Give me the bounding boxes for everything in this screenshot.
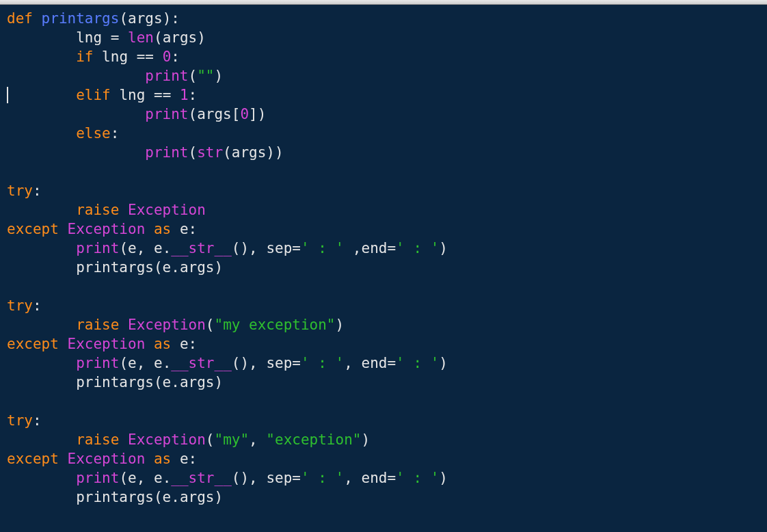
exc-1: Exception bbox=[128, 202, 206, 218]
call-print-2: print bbox=[145, 106, 188, 122]
kw-try-1: try bbox=[7, 183, 33, 199]
call-print-6: print bbox=[76, 470, 119, 486]
kwarg-end-3: end bbox=[362, 470, 388, 486]
kw-elif: elif bbox=[76, 87, 111, 103]
kw-except-1: except bbox=[7, 221, 59, 237]
fn-name: printargs bbox=[42, 10, 120, 27]
call-print: print bbox=[145, 68, 188, 84]
ref-args-2: args bbox=[197, 106, 232, 122]
ref-e-2b: e bbox=[154, 355, 163, 371]
num-0: 0 bbox=[163, 49, 172, 65]
kw-if: if bbox=[76, 49, 93, 65]
ref-e-3b: e bbox=[154, 470, 163, 486]
kwarg-end-2: end bbox=[362, 355, 388, 371]
str-empty: "" bbox=[197, 68, 214, 84]
call-print-4: print bbox=[76, 240, 119, 256]
ref-e-1: e bbox=[128, 240, 137, 256]
op-assign: = bbox=[111, 29, 120, 46]
param-args: args bbox=[128, 10, 163, 27]
num-1: 1 bbox=[180, 87, 189, 103]
var-lng: lng bbox=[76, 29, 102, 46]
call-printargs-1: printargs bbox=[76, 259, 154, 276]
kw-except-2: except bbox=[7, 336, 59, 352]
kw-raise-2: raise bbox=[76, 317, 119, 333]
str-myexc: "my exception" bbox=[214, 317, 335, 333]
str-sep-1: ' : ' bbox=[301, 240, 344, 256]
kwarg-end-1: end bbox=[362, 240, 388, 256]
ref-e-2: e bbox=[128, 355, 137, 371]
exc-type-3: Exception bbox=[68, 451, 146, 467]
str-my: "my" bbox=[214, 431, 249, 448]
op-eqeq-2: == bbox=[154, 87, 171, 103]
code-editor[interactable]: def printargs(args): lng = len(args) if … bbox=[0, 5, 767, 514]
window-titlebar bbox=[0, 0, 767, 5]
ref-lng-2: lng bbox=[119, 87, 145, 103]
kw-except-3: except bbox=[7, 451, 59, 467]
kwarg-sep-2: sep bbox=[266, 355, 292, 371]
dunder-str-1: __str__ bbox=[171, 240, 232, 256]
str-end-2: ' : ' bbox=[396, 355, 439, 371]
call-printargs-2: printargs bbox=[76, 374, 154, 390]
call-print-5: print bbox=[76, 355, 119, 371]
kw-as-1: as bbox=[154, 221, 171, 237]
call-len: len bbox=[128, 29, 154, 46]
dunder-str-3: __str__ bbox=[171, 470, 232, 486]
ref-args-3: args bbox=[232, 144, 267, 161]
call-printargs-3: printargs bbox=[76, 489, 154, 505]
kw-as-2: as bbox=[154, 336, 171, 352]
num-idx0: 0 bbox=[240, 106, 249, 122]
kw-def: def bbox=[7, 10, 33, 27]
exc-type-1: Exception bbox=[68, 221, 146, 237]
str-end-3: ' : ' bbox=[396, 470, 439, 486]
var-e-2: e bbox=[180, 336, 189, 352]
kw-raise-1: raise bbox=[76, 202, 119, 218]
var-e-1: e bbox=[180, 221, 189, 237]
kw-else: else bbox=[76, 125, 111, 142]
ref-eargs-3: e.args bbox=[163, 489, 215, 505]
kwarg-sep-1: sep bbox=[266, 240, 292, 256]
call-print-3: print bbox=[145, 144, 188, 161]
str-exception: "exception" bbox=[266, 431, 361, 448]
exc-type-2: Exception bbox=[68, 336, 146, 352]
kw-raise-3: raise bbox=[76, 431, 119, 448]
str-end-1: ' : ' bbox=[396, 240, 439, 256]
kw-as-3: as bbox=[154, 451, 171, 467]
dunder-str-2: __str__ bbox=[171, 355, 232, 371]
kw-try-2: try bbox=[7, 297, 33, 314]
call-str: str bbox=[197, 144, 223, 161]
ref-e-3: e bbox=[128, 470, 137, 486]
ref-eargs-2: e.args bbox=[163, 374, 215, 390]
text-cursor bbox=[7, 87, 8, 103]
exc-2: Exception bbox=[128, 317, 206, 333]
var-e-3: e bbox=[180, 451, 189, 467]
ref-args: args bbox=[163, 29, 198, 46]
exc-3: Exception bbox=[128, 431, 206, 448]
op-eqeq: == bbox=[137, 49, 154, 65]
ref-e-1b: e bbox=[154, 240, 163, 256]
kwarg-sep-3: sep bbox=[266, 470, 292, 486]
ref-lng: lng bbox=[102, 49, 128, 65]
str-sep-2: ' : ' bbox=[301, 355, 344, 371]
ref-eargs-1: e.args bbox=[163, 259, 215, 276]
kw-try-3: try bbox=[7, 412, 33, 429]
str-sep-3: ' : ' bbox=[301, 470, 344, 486]
